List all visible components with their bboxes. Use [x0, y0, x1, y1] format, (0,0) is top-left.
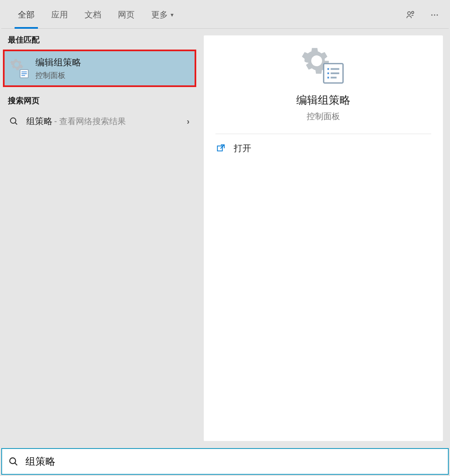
- svg-rect-18: [218, 146, 222, 151]
- svg-point-1: [412, 11, 414, 13]
- detail-subtitle: 控制面板: [204, 111, 443, 122]
- tab-more-label: 更多: [151, 9, 168, 20]
- svg-line-10: [15, 122, 17, 125]
- tab-more[interactable]: 更多 ▼: [143, 1, 183, 29]
- results-list: 最佳匹配 编辑组策略 控制面板: [1, 29, 198, 447]
- open-label: 打开: [234, 142, 251, 154]
- detail-title: 编辑组策略: [204, 93, 443, 107]
- svg-point-9: [10, 118, 16, 123]
- search-bar[interactable]: [1, 448, 449, 475]
- svg-point-3: [434, 14, 435, 15]
- tab-web[interactable]: 网页: [110, 1, 143, 29]
- search-web-header: 搜索网页: [1, 90, 198, 110]
- tab-docs[interactable]: 文档: [76, 1, 110, 29]
- tab-apps[interactable]: 应用: [43, 1, 76, 29]
- web-search-result[interactable]: 组策略- 查看网络搜索结果 ›: [1, 110, 198, 132]
- search-input[interactable]: [25, 456, 442, 467]
- gpedit-large-icon: [300, 45, 346, 86]
- best-match-result[interactable]: 编辑组策略 控制面板: [3, 50, 196, 87]
- open-external-icon: [216, 144, 225, 153]
- chevron-down-icon: ▼: [170, 12, 175, 18]
- best-match-title: 编辑组策略: [35, 56, 81, 69]
- gpedit-icon: [10, 59, 29, 77]
- search-icon: [9, 116, 19, 126]
- search-icon: [8, 456, 19, 467]
- feedback-icon[interactable]: [404, 8, 417, 22]
- best-match-header: 最佳匹配: [1, 29, 198, 50]
- svg-point-20: [10, 458, 15, 464]
- web-result-text: 组策略- 查看网络搜索结果: [26, 115, 179, 127]
- more-options-icon[interactable]: [428, 8, 441, 22]
- open-action[interactable]: 打开: [204, 134, 443, 162]
- chevron-right-icon: ›: [187, 117, 190, 126]
- tab-all[interactable]: 全部: [10, 1, 43, 29]
- svg-line-21: [15, 463, 17, 465]
- svg-point-2: [431, 14, 432, 15]
- detail-pane: 编辑组策略 控制面板 打开: [204, 35, 443, 441]
- svg-point-0: [408, 12, 410, 15]
- best-match-subtitle: 控制面板: [35, 70, 81, 80]
- search-filter-tabs: 全部 应用 文档 网页 更多 ▼: [1, 1, 449, 29]
- svg-point-4: [437, 14, 438, 15]
